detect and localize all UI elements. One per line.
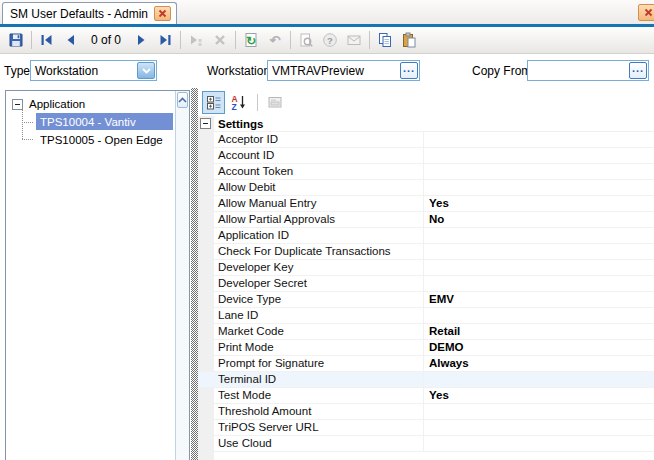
property-value (424, 132, 654, 147)
add-new-icon (188, 32, 204, 48)
property-row[interactable]: Prompt for Signature Always (198, 356, 654, 372)
save-button[interactable] (4, 29, 28, 52)
tree-scrollbar[interactable] (175, 91, 189, 460)
property-name: Account ID (198, 148, 424, 163)
property-row[interactable]: Account ID (198, 148, 654, 164)
property-row[interactable]: Check For Duplicate Transactions (198, 244, 654, 260)
property-row[interactable]: Acceptor ID (198, 132, 654, 148)
property-row[interactable]: Allow Manual Entry Yes (198, 196, 654, 212)
toolbar-separator (235, 31, 236, 49)
property-name: Threshold Amount (198, 404, 424, 419)
refresh-button[interactable]: ↻ (239, 29, 263, 52)
undo-button: ↶ (263, 29, 287, 52)
property-name: Terminal ID (198, 372, 424, 387)
last-record-icon (157, 32, 173, 48)
svg-text:?: ? (327, 35, 333, 46)
type-combobox-dropdown-button[interactable] (137, 62, 155, 79)
tab-title: SM User Defaults - Admin (10, 7, 148, 21)
property-row[interactable]: Use Cloud (198, 436, 654, 452)
main-area: Application TPS10004 - Vantiv TPS10005 -… (0, 88, 654, 460)
property-name: Market Code (198, 324, 424, 339)
property-row[interactable]: Lane ID (198, 308, 654, 324)
record-fields: Type Workstation Workstation VMTRAVPrevi… (0, 54, 654, 88)
property-name: Lane ID (198, 308, 424, 323)
first-record-button[interactable] (35, 29, 59, 52)
help-button: ? (318, 29, 342, 52)
property-value (424, 404, 654, 419)
property-row[interactable]: Market Code Retail (198, 324, 654, 340)
copy-button[interactable] (373, 29, 397, 52)
property-row[interactable]: Developer Secret (198, 276, 654, 292)
tree-item[interactable]: TPS10004 - Vantiv (36, 113, 173, 130)
workstation-field[interactable]: VMTRAVPreview ... (267, 60, 420, 81)
application-tree: Application TPS10004 - Vantiv TPS10005 -… (5, 90, 190, 460)
last-record-button[interactable] (153, 29, 177, 52)
undo-icon: ↶ (267, 32, 283, 48)
tree-item-label: TPS10004 - Vantiv (36, 115, 140, 129)
tabstrip-close-button[interactable] (638, 4, 654, 21)
paste-button[interactable] (397, 29, 421, 52)
az-sort-icon: AZ (231, 94, 247, 110)
copy-from-browse-button[interactable]: ... (629, 62, 647, 79)
property-name: Print Mode (198, 340, 424, 355)
property-row[interactable]: Test Mode Yes (198, 388, 654, 404)
property-row[interactable]: Device Type EMV (198, 292, 654, 308)
help-icon: ? (322, 32, 338, 48)
property-value (424, 180, 654, 195)
property-name: Account Token (198, 164, 424, 179)
toolbar-separator (257, 94, 258, 111)
property-name: Test Mode (198, 388, 424, 403)
copy-from-field[interactable]: ... (527, 60, 649, 81)
svg-text:Z: Z (231, 102, 236, 111)
property-value (424, 420, 654, 435)
alphabetical-sort-button[interactable]: AZ (227, 91, 250, 114)
print-preview-icon (298, 32, 314, 48)
property-value (424, 148, 654, 163)
property-name: Allow Debit (198, 180, 424, 195)
property-value: Yes (424, 388, 654, 403)
tab-sm-user-defaults[interactable]: SM User Defaults - Admin (2, 2, 177, 24)
close-icon (158, 9, 167, 18)
property-row[interactable]: Account Token (198, 164, 654, 180)
property-value (424, 372, 654, 387)
property-name: Developer Key (198, 260, 424, 275)
property-row[interactable]: Application ID (198, 228, 654, 244)
splitter-handle[interactable] (191, 88, 198, 460)
previous-record-button[interactable] (59, 29, 83, 52)
type-combobox[interactable]: Workstation (30, 60, 157, 81)
property-row[interactable]: TriPOS Server URL (198, 420, 654, 436)
property-row[interactable]: Print Mode DEMO (198, 340, 654, 356)
tab-close-button[interactable] (154, 6, 171, 21)
property-row[interactable]: Allow Debit (198, 180, 654, 196)
next-record-button[interactable] (129, 29, 153, 52)
copy-icon (377, 32, 393, 48)
property-value (424, 436, 654, 451)
tree-connector (22, 122, 33, 123)
property-row[interactable]: Threshold Amount (198, 404, 654, 420)
scroll-up-button[interactable] (177, 92, 188, 108)
property-name: TriPOS Server URL (198, 420, 424, 435)
property-value (424, 164, 654, 179)
tab-bar: SM User Defaults - Admin (0, 0, 654, 27)
settings-category-row[interactable]: Settings (198, 116, 654, 132)
toolbar-separator (180, 31, 181, 49)
svg-text:↻: ↻ (246, 34, 256, 48)
property-row[interactable]: Terminal ID (198, 372, 654, 388)
property-value (424, 276, 654, 291)
tree-item[interactable]: TPS10005 - Open Edge (36, 131, 173, 148)
workstation-browse-button[interactable]: ... (400, 62, 418, 79)
collapse-icon[interactable] (200, 118, 211, 129)
paste-icon (401, 32, 417, 48)
first-record-icon (39, 32, 55, 48)
refresh-icon: ↻ (243, 32, 259, 48)
property-name: Application ID (198, 228, 424, 243)
property-value (424, 308, 654, 323)
property-name: Developer Secret (198, 276, 424, 291)
property-row[interactable]: Developer Key (198, 260, 654, 276)
property-pages-button (263, 91, 286, 114)
property-value: No (424, 212, 654, 227)
settings-property-grid: AZ Settings Acceptor ID Account ID Accou… (198, 88, 654, 460)
property-value: DEMO (424, 340, 654, 355)
property-row[interactable]: Allow Partial Approvals No (198, 212, 654, 228)
categorized-view-button[interactable] (202, 91, 225, 114)
